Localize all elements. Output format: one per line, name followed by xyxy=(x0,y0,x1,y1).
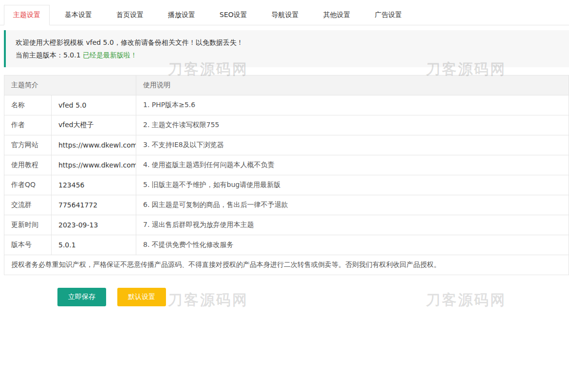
tab-other-settings[interactable]: 其他设置 xyxy=(314,5,360,25)
table-row: 更新时间2023-09-137. 退出售后群即视为放弃使用本主题 xyxy=(4,215,569,235)
tab-bar: 主题设置基本设置首页设置播放设置SEO设置导航设置其他设置广告设置 xyxy=(0,5,569,25)
license-text: 授权者务必尊重知识产权，严格保证不恶意传播产品源码、不得直接对授权的产品本身进行… xyxy=(4,255,569,275)
table-header-usage: 使用说明 xyxy=(136,75,569,95)
notice-box: 欢迎使用大橙影视模板 vfed 5.0，修改前请备份相关文件！以免数据丢失！ 当… xyxy=(4,30,569,67)
tab-ad-settings[interactable]: 广告设置 xyxy=(366,5,411,25)
row-note: 2. 主题文件读写权限755 xyxy=(136,115,569,135)
row-note: 3. 不支持IE8及以下浏览器 xyxy=(136,135,569,155)
table-header-intro: 主题简介 xyxy=(4,75,136,95)
tab-play-settings[interactable]: 播放设置 xyxy=(159,5,204,25)
row-label: 作者QQ xyxy=(4,175,52,195)
tab-theme-settings[interactable]: 主题设置 xyxy=(4,5,50,25)
row-label: 交流群 xyxy=(4,195,52,215)
notice-version-text: 当前主题版本：5.0.1 xyxy=(16,51,81,59)
table-row: 作者QQ1234565. 旧版主题不予维护，如有bug请使用最新版 xyxy=(4,175,569,195)
row-label: 使用教程 xyxy=(4,155,52,175)
tab-basic-settings[interactable]: 基本设置 xyxy=(55,5,101,25)
table-row: 官方网站https://www.dkewl.com3. 不支持IE8及以下浏览器 xyxy=(4,135,569,155)
info-table-body: 名称vfed 5.01. PHP版本≥5.6作者vfed大橙子2. 主题文件读写… xyxy=(4,95,569,275)
save-button[interactable]: 立即保存 xyxy=(57,288,106,306)
row-value: 775641772 xyxy=(52,195,136,215)
row-label: 作者 xyxy=(4,115,52,135)
tab-home-settings[interactable]: 首页设置 xyxy=(107,5,153,25)
notice-line2: 当前主题版本：5.0.1 已经是最新版啦！ xyxy=(16,49,559,61)
default-settings-button[interactable]: 默认设置 xyxy=(117,288,166,306)
row-value: https://www.dkewl.com xyxy=(52,155,136,175)
row-label: 官方网站 xyxy=(4,135,52,155)
row-value: vfed 5.0 xyxy=(52,95,136,115)
row-label: 版本号 xyxy=(4,235,52,255)
table-row: 版本号5.0.18. 不提供免费个性化修改服务 xyxy=(4,235,569,255)
row-value: https://www.dkewl.com xyxy=(52,135,136,155)
row-label: 更新时间 xyxy=(4,215,52,235)
row-value: vfed大橙子 xyxy=(52,115,136,135)
notice-latest-badge: 已经是最新版啦！ xyxy=(83,51,137,59)
action-button-row: 立即保存 默认设置 xyxy=(57,288,569,306)
tab-nav-settings[interactable]: 导航设置 xyxy=(262,5,308,25)
table-row: 使用教程https://www.dkewl.com4. 使用盗版主题遇到任何问题… xyxy=(4,155,569,175)
license-row: 授权者务必尊重知识产权，严格保证不恶意传播产品源码、不得直接对授权的产品本身进行… xyxy=(4,255,569,275)
row-note: 8. 不提供免费个性化修改服务 xyxy=(136,235,569,255)
row-value: 123456 xyxy=(52,175,136,195)
row-note: 1. PHP版本≥5.6 xyxy=(136,95,569,115)
table-row: 交流群7756417726. 因主题是可复制的商品，售出后一律不予退款 xyxy=(4,195,569,215)
row-note: 5. 旧版主题不予维护，如有bug请使用最新版 xyxy=(136,175,569,195)
row-note: 7. 退出售后群即视为放弃使用本主题 xyxy=(136,215,569,235)
row-note: 4. 使用盗版主题遇到任何问题本人概不负责 xyxy=(136,155,569,175)
notice-line1: 欢迎使用大橙影视模板 vfed 5.0，修改前请备份相关文件！以免数据丢失！ xyxy=(16,36,559,49)
row-value: 5.0.1 xyxy=(52,235,136,255)
row-label: 名称 xyxy=(4,95,52,115)
tab-seo-settings[interactable]: SEO设置 xyxy=(210,5,257,25)
theme-info-table: 主题简介 使用说明 名称vfed 5.01. PHP版本≥5.6作者vfed大橙… xyxy=(4,75,569,275)
table-row: 作者vfed大橙子2. 主题文件读写权限755 xyxy=(4,115,569,135)
table-row: 名称vfed 5.01. PHP版本≥5.6 xyxy=(4,95,569,115)
table-header-row: 主题简介 使用说明 xyxy=(4,75,569,95)
row-note: 6. 因主题是可复制的商品，售出后一律不予退款 xyxy=(136,195,569,215)
row-value: 2023-09-13 xyxy=(52,215,136,235)
